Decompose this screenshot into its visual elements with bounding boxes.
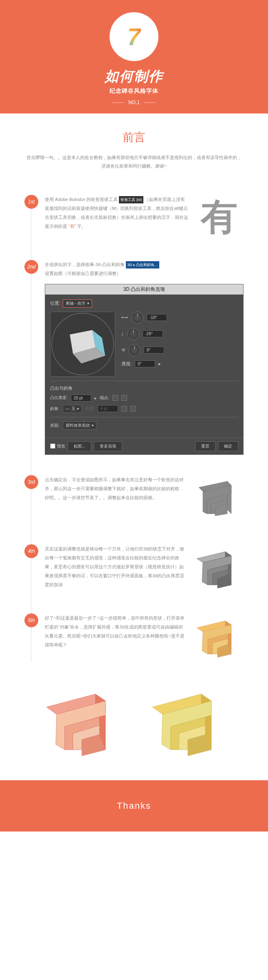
step-4-text: 其实这里的调整也就是移动每一个方块，让他们在3d的状态下对齐，做出每一个笔画都有… [45, 544, 185, 589]
angle-y-value[interactable]: -26° [143, 330, 163, 337]
chevron-down-icon: ▾ [77, 406, 79, 411]
chevron-down-icon: ▾ [92, 423, 94, 428]
angle-x-dial[interactable] [131, 312, 143, 324]
angle-y-dial[interactable] [127, 328, 139, 340]
depth-input[interactable]: 20 pt [71, 395, 91, 402]
step-4-glyph [191, 544, 244, 593]
cap-label: 端点: [100, 395, 109, 401]
rect-tool-tag: 矩形工具 (M) [119, 196, 143, 203]
chevron-down-icon: ▾ [87, 301, 89, 306]
preface-text: 首先啰嗦一句。。这是本人的处女教程，如果有那些地方不够详细或者不是很到位的，或者… [24, 153, 244, 170]
stepper-icon[interactable]: ▸ [158, 361, 161, 367]
step-number-badge: 5th [24, 613, 38, 627]
step-1-text: 使用 Adobe illutrator 的矩形形状工具 矩形工具 (M) （如果… [45, 195, 189, 231]
final-glyph-yellow [142, 683, 232, 764]
step-3-glyph [191, 475, 244, 524]
preview-checkbox[interactable]: 预览 [50, 443, 65, 449]
bevel-label: 斜角: [50, 406, 59, 412]
dialog-title: 3D 凸出和斜角选项 [45, 284, 243, 295]
bevel-in-icon [121, 406, 127, 412]
3d-options-dialog: 3D 凸出和斜角选项 位置: 离轴 - 前方 ▾ [45, 284, 244, 455]
steps-container: 1st 使用 Adobe illutrator 的矩形形状工具 矩形工具 (M)… [24, 195, 244, 662]
position-select[interactable]: 离轴 - 前方 ▾ [63, 299, 92, 308]
map-button[interactable]: 贴图... [68, 441, 91, 451]
more-options-button[interactable]: 更多选项 [94, 441, 122, 451]
step-5-text: 好了~到这里是最后一步了~这一步很简单，选中所有的形状，打开菜单栏里的“对象”命… [45, 613, 185, 649]
hero-section: 7 如何制作 纪念碑谷风格字体 NO.1 [0, 0, 268, 113]
cap-on-icon[interactable] [112, 395, 118, 401]
stepper-icon[interactable]: ▸ [94, 396, 97, 400]
surface-label: 表面: [50, 423, 59, 428]
angle-controls: ⟷ -18° ↕ -26° ⟲ [121, 312, 238, 371]
step-number-badge: 1st [24, 195, 38, 209]
step-number-badge: 3rd [24, 475, 38, 489]
step-1: 1st 使用 Adobe illutrator 的矩形形状工具 矩形工具 (M)… [24, 195, 244, 240]
perspective-label: 透视: [121, 361, 132, 367]
dialog-buttons: 预览 贴图... 更多选项 重置 确定 [45, 438, 243, 454]
axis-z-icon: ⟲ [121, 347, 125, 353]
bevel-section-title: 凸出与斜角 [50, 385, 238, 391]
step-5: 5th 好了~到这里是最后一步了~这一步很简单，选中所有的形状，打开菜单栏里的“… [24, 613, 244, 662]
step-3: 3rd 点击确定后，字会变成如图所示，如果事先有注意好每一个矩形的边对齐，那么到… [24, 475, 244, 524]
ok-button[interactable]: 确定 [218, 441, 238, 451]
reset-button[interactable]: 重置 [195, 441, 215, 451]
cube-icon [51, 312, 115, 376]
surface-select[interactable]: 塑料效果底纹 ▾ [63, 421, 97, 430]
height-input: 4 pt [98, 405, 118, 412]
logo-glyph: 7 [127, 23, 141, 51]
position-label: 位置: [50, 300, 60, 306]
perspective-value[interactable]: 0° [135, 360, 155, 367]
hero-subtitle: 纪念碑谷风格字体 [0, 87, 268, 95]
preface-title: 前言 [24, 130, 244, 145]
step-number-badge: 2nd [24, 260, 38, 274]
3d-menu-tag: 3D ▸ 凸出和斜角... [126, 261, 159, 268]
bevel-section: 凸出与斜角 凸出厚度: 20 pt ▸ 端点: 斜角: — 无 ▾ [50, 381, 238, 413]
content-area: 前言 首先啰嗦一句。。这是本人的处女教程，如果有那些地方不够详细或者不是很到位的… [0, 113, 268, 780]
axis-x-icon: ⟷ [121, 315, 128, 320]
cap-off-icon[interactable] [121, 395, 127, 401]
hero-number: NO.1 [0, 100, 268, 105]
height-label: 高度: [85, 406, 94, 412]
example-char: “有” [68, 224, 76, 229]
step-1-glyph: 有 [195, 195, 244, 240]
step-5-glyph [191, 613, 244, 662]
bevel-out-icon [130, 406, 136, 412]
footer: Thanks [0, 780, 268, 832]
hero-title: 如何制作 [0, 67, 268, 86]
angle-x-value[interactable]: -18° [147, 314, 167, 321]
final-glyph-red [36, 683, 126, 764]
logo-circle: 7 [110, 12, 158, 61]
step-number-badge: 4th [24, 544, 38, 558]
depth-label: 凸出厚度: [50, 395, 68, 401]
cube-preview[interactable] [50, 312, 115, 377]
angle-z-value[interactable]: 8° [144, 347, 164, 354]
axis-y-icon: ↕ [121, 332, 124, 336]
step-2-text: 全选拼出的字，选择效果-3d-凸出和斜角 3D ▸ 凸出和斜角... 设置如图（… [45, 260, 244, 278]
step-2: 2nd 全选拼出的字，选择效果-3d-凸出和斜角 3D ▸ 凸出和斜角... 设… [24, 260, 244, 455]
final-examples [24, 683, 244, 764]
step-3-text: 点击确定后，字会变成如图所示，如果事先有注意好每一个矩形的边对齐，那么到这一步只… [45, 475, 185, 502]
angle-z-dial[interactable] [128, 344, 141, 356]
bevel-select[interactable]: — 无 ▾ [63, 405, 82, 413]
step-4: 4th 其实这里的调整也就是移动每一个方块，让他们在3d的状态下对齐，做出每一个… [24, 544, 244, 593]
